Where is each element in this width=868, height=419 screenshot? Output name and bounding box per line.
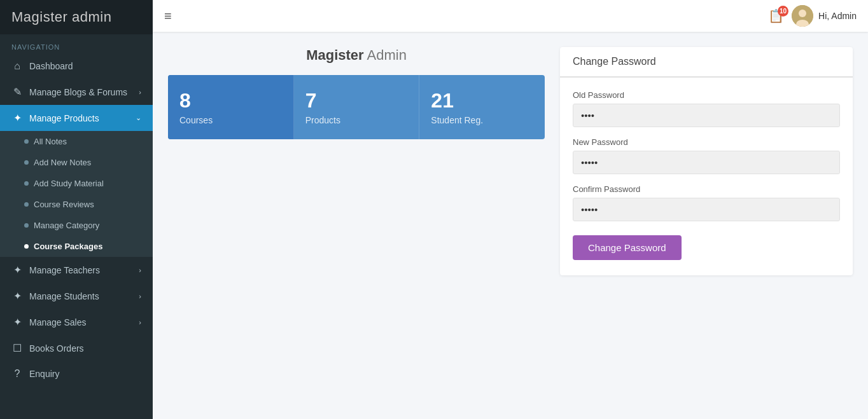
dot-icon	[24, 223, 29, 228]
sidebar-item-add-study-material[interactable]: Add Study Material	[0, 173, 153, 194]
change-password-body: Old Password New Password Confirm Passwo…	[560, 78, 853, 275]
brand-title: Magister	[11, 9, 67, 25]
stat-number-products: 7	[305, 89, 408, 113]
confirm-password-input[interactable]	[573, 198, 840, 221]
products-icon: ✦	[11, 112, 23, 124]
hamburger-icon[interactable]: ≡	[164, 9, 172, 24]
notification-badge: 10	[778, 6, 788, 17]
sub-item-label: Add New Notes	[34, 158, 91, 167]
sidebar-item-label: Manage Teachers	[29, 265, 100, 275]
welcome-bold: Magister	[306, 47, 363, 63]
sub-item-label: Course Packages	[34, 242, 102, 251]
brand-subtitle: admin	[67, 9, 111, 25]
sidebar-item-label: Manage Students	[29, 291, 99, 301]
stat-label-products: Products	[305, 115, 408, 125]
dot-icon	[24, 160, 29, 165]
teachers-icon: ✦	[11, 264, 23, 276]
brand: Magister admin	[0, 0, 153, 34]
sidebar-item-label: Dashboard	[29, 61, 73, 71]
sidebar-item-label: Enquiry	[29, 369, 59, 379]
stat-courses: 8 Courses	[168, 75, 294, 139]
sub-item-label: Manage Category	[34, 221, 99, 230]
username-label: Hi, Admin	[818, 11, 857, 21]
students-icon: ✦	[11, 290, 23, 302]
sidebar-item-manage-students[interactable]: ✦ Manage Students ›	[0, 283, 153, 309]
products-submenu: All Notes Add New Notes Add Study Materi…	[0, 131, 153, 257]
stats-card: 8 Courses 7 Products 21 Student Reg.	[168, 75, 545, 139]
chevron-right-icon: ›	[139, 292, 141, 300]
sidebar-item-manage-sales[interactable]: ✦ Manage Sales ›	[0, 309, 153, 335]
stat-label-courses: Courses	[179, 115, 282, 125]
avatar-image	[792, 5, 813, 27]
new-password-label: New Password	[573, 137, 840, 147]
svg-point-1	[799, 10, 806, 17]
confirm-password-label: Confirm Password	[573, 184, 840, 194]
dot-icon	[24, 181, 29, 186]
sidebar-item-manage-blogs[interactable]: ✎ Manage Blogs & Forums ›	[0, 79, 153, 105]
sidebar-item-manage-products[interactable]: ✦ Manage Products ⌄	[0, 105, 153, 131]
confirm-password-group: Confirm Password	[573, 184, 840, 221]
stat-label-student-reg: Student Reg.	[431, 115, 533, 125]
user-menu[interactable]: Hi, Admin	[792, 5, 857, 27]
sub-item-label: Course Reviews	[34, 200, 94, 209]
notifications-button[interactable]: 📋 10	[768, 8, 784, 24]
stat-products: 7 Products	[294, 75, 420, 139]
topbar: ≡ 📋 10 Hi, Admin	[153, 0, 868, 32]
welcome-title: Magister Admin	[168, 47, 545, 64]
old-password-label: Old Password	[573, 90, 840, 100]
change-password-header: Change Password	[560, 47, 853, 78]
stat-number-student-reg: 21	[431, 89, 533, 113]
sales-icon: ✦	[11, 316, 23, 328]
sub-item-label: All Notes	[34, 137, 67, 146]
sidebar: Magister admin NAVIGATION ⌂ Dashboard ✎ …	[0, 0, 153, 419]
avatar	[792, 5, 813, 27]
sidebar-item-manage-category[interactable]: Manage Category	[0, 215, 153, 236]
sidebar-item-label: Manage Sales	[29, 317, 87, 327]
new-password-group: New Password	[573, 137, 840, 174]
chevron-right-icon: ›	[139, 319, 141, 326]
chevron-down-icon: ⌄	[136, 114, 141, 122]
sidebar-item-label: Books Orders	[29, 343, 84, 354]
dot-icon	[24, 244, 29, 249]
change-password-card: Change Password Old Password New Passwor…	[560, 47, 853, 275]
old-password-input[interactable]	[573, 104, 840, 127]
sidebar-item-dashboard[interactable]: ⌂ Dashboard	[0, 53, 153, 79]
chevron-right-icon: ›	[139, 266, 141, 274]
sidebar-item-all-notes[interactable]: All Notes	[0, 131, 153, 152]
chevron-right-icon: ›	[139, 88, 141, 96]
sidebar-item-add-new-notes[interactable]: Add New Notes	[0, 152, 153, 173]
sidebar-item-enquiry[interactable]: ? Enquiry	[0, 361, 153, 387]
stat-number-courses: 8	[179, 89, 282, 113]
sidebar-item-manage-teachers[interactable]: ✦ Manage Teachers ›	[0, 257, 153, 283]
sub-item-label: Add Study Material	[34, 179, 104, 188]
stat-student-reg: 21 Student Reg.	[419, 75, 545, 139]
dot-icon	[24, 139, 29, 144]
main-area: ≡ 📋 10 Hi, Admin Magister Admin	[153, 0, 868, 419]
books-icon: ☐	[11, 342, 23, 354]
dot-icon	[24, 202, 29, 207]
sidebar-item-books-orders[interactable]: ☐ Books Orders	[0, 335, 153, 361]
sidebar-item-label: Manage Blogs & Forums	[29, 87, 127, 97]
home-icon: ⌂	[11, 60, 23, 72]
sidebar-item-course-reviews[interactable]: Course Reviews	[0, 194, 153, 215]
sidebar-item-label: Manage Products	[29, 113, 99, 123]
sidebar-item-course-packages[interactable]: Course Packages	[0, 236, 153, 257]
blog-icon: ✎	[11, 86, 23, 98]
old-password-group: Old Password	[573, 90, 840, 127]
nav-label: NAVIGATION	[0, 34, 153, 53]
new-password-input[interactable]	[573, 151, 840, 174]
content-area: Magister Admin 8 Courses 7 Products 21 S…	[153, 32, 868, 419]
enquiry-icon: ?	[11, 368, 23, 380]
welcome-light: Admin	[364, 47, 407, 63]
change-password-button[interactable]: Change Password	[573, 235, 682, 260]
welcome-section: Magister Admin 8 Courses 7 Products 21 S…	[168, 47, 545, 139]
